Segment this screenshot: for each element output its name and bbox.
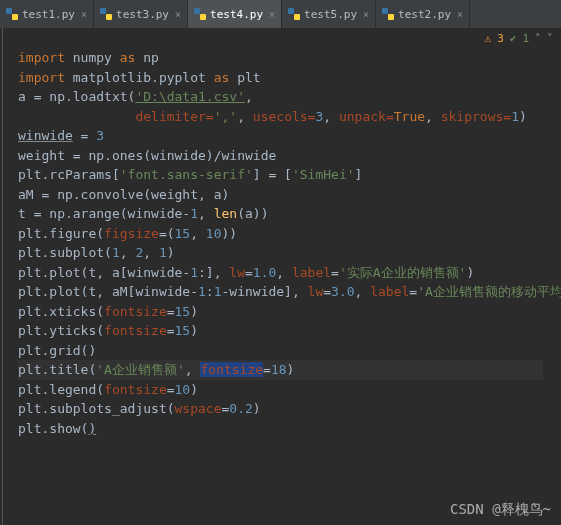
- close-icon[interactable]: ×: [363, 9, 369, 20]
- tab-label: test2.py: [398, 8, 451, 21]
- ok-count: 1: [522, 32, 529, 45]
- warning-icon[interactable]: ⚠: [485, 32, 492, 45]
- svg-rect-8: [382, 8, 388, 14]
- close-icon[interactable]: ×: [175, 9, 181, 20]
- svg-rect-7: [294, 14, 300, 20]
- warning-count: 3: [497, 32, 504, 45]
- svg-rect-9: [388, 14, 394, 20]
- svg-rect-4: [194, 8, 200, 14]
- python-file-icon: [6, 8, 18, 20]
- svg-rect-1: [12, 14, 18, 20]
- close-icon[interactable]: ×: [269, 9, 275, 20]
- tab-test5[interactable]: test5.py ×: [282, 0, 376, 28]
- svg-rect-3: [106, 14, 112, 20]
- svg-rect-6: [288, 8, 294, 14]
- svg-rect-5: [200, 14, 206, 20]
- close-icon[interactable]: ×: [81, 9, 87, 20]
- tab-bar: test1.py × test3.py × test4.py × test5.p…: [0, 0, 561, 28]
- code-editor[interactable]: import numpy as np import matplotlib.pyp…: [0, 48, 561, 438]
- tab-label: test3.py: [116, 8, 169, 21]
- check-icon[interactable]: ✔: [510, 32, 517, 45]
- tab-label: test4.py: [210, 8, 263, 21]
- tab-test2[interactable]: test2.py ×: [376, 0, 470, 28]
- python-file-icon: [288, 8, 300, 20]
- close-icon[interactable]: ×: [457, 9, 463, 20]
- tab-test3[interactable]: test3.py ×: [94, 0, 188, 28]
- tab-label: test1.py: [22, 8, 75, 21]
- tab-test1[interactable]: test1.py ×: [0, 0, 94, 28]
- chevron-up-icon[interactable]: ˄: [535, 32, 541, 45]
- watermark: CSDN @释槐鸟~: [450, 501, 551, 519]
- tab-test4[interactable]: test4.py ×: [188, 0, 282, 28]
- inspection-status: ⚠ 3 ✔ 1 ˄ ˅: [0, 28, 561, 48]
- chevron-down-icon[interactable]: ˅: [547, 32, 553, 45]
- python-file-icon: [100, 8, 112, 20]
- gutter-divider: [2, 28, 3, 525]
- svg-rect-0: [6, 8, 12, 14]
- svg-rect-2: [100, 8, 106, 14]
- python-file-icon: [194, 8, 206, 20]
- tab-label: test5.py: [304, 8, 357, 21]
- python-file-icon: [382, 8, 394, 20]
